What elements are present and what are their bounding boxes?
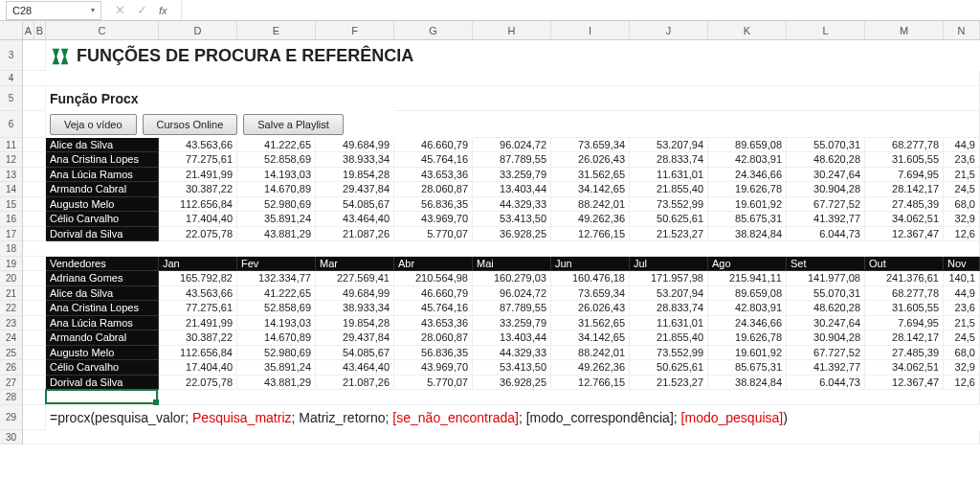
value-cell[interactable]: 88.242,01 [551,346,630,361]
value-cell[interactable]: 38.933,34 [316,152,394,168]
value-cell[interactable]: 34.062,51 [865,360,944,376]
table-header[interactable]: Mai [473,257,551,272]
column-header-D[interactable]: D [159,21,237,39]
value-cell[interactable]: 21.491,99 [159,168,237,183]
value-cell[interactable]: 34.142,65 [551,182,630,197]
row-header[interactable]: 12 [0,152,23,168]
value-cell[interactable]: 160.476,18 [551,271,630,286]
chevron-down-icon[interactable]: ▾ [91,6,95,14]
value-cell[interactable]: 227.569,41 [316,271,394,286]
value-cell[interactable]: 53.413,50 [473,360,551,376]
fx-icon[interactable]: fx [159,5,167,16]
value-cell[interactable]: 5.770,07 [394,376,473,391]
row-header[interactable]: 5 [0,86,23,111]
cell[interactable] [23,271,46,286]
value-cell[interactable]: 19.626,78 [708,330,787,346]
value-cell[interactable]: 50.625,61 [630,360,708,376]
row-header[interactable]: 6 [0,111,23,138]
row-header[interactable]: 14 [0,182,23,197]
cell[interactable] [23,430,980,445]
value-cell[interactable]: 55.070,31 [787,286,865,302]
value-cell[interactable]: 67.727,52 [787,197,865,213]
value-cell[interactable]: 14.193,03 [237,168,316,183]
row-header[interactable]: 16 [0,212,23,227]
value-cell[interactable]: 26.026,43 [551,301,630,316]
value-cell[interactable]: 55.070,31 [787,138,865,153]
value-cell[interactable]: 30.387,22 [159,330,237,346]
value-cell[interactable]: 52.858,69 [237,301,316,316]
value-cell[interactable]: 44.329,33 [473,346,551,361]
table-header[interactable]: Mar [316,257,394,272]
value-cell[interactable]: 31.562,65 [551,168,630,183]
value-cell[interactable]: 210.564,98 [394,271,473,286]
value-cell[interactable]: 21.087,26 [316,227,394,242]
value-cell[interactable]: 38.824,84 [708,227,787,242]
vendor-name[interactable]: Dorival da Silva [46,376,159,391]
value-cell[interactable]: 89.659,08 [708,138,787,153]
value-cell[interactable]: 5.770,07 [394,227,473,242]
value-cell[interactable]: 33.259,79 [473,168,551,183]
value-cell[interactable]: 96.024,72 [473,286,551,302]
confirm-icon[interactable]: ✓ [137,3,147,17]
table-header[interactable]: Abr [394,257,473,272]
cell[interactable] [23,182,46,197]
vendor-name[interactable]: Ana Lúcia Ramos [46,168,159,183]
value-cell[interactable]: 7.694,95 [865,168,944,183]
value-cell[interactable]: 28.060,87 [394,330,473,346]
column-header-E[interactable]: E [237,21,316,39]
row-header[interactable]: 17 [0,227,23,242]
value-cell[interactable]: 68,0 [944,197,980,213]
cell[interactable] [23,390,46,405]
cell[interactable] [23,376,46,391]
value-cell[interactable]: 7.694,95 [865,316,944,331]
value-cell[interactable]: 21.523,27 [630,227,708,242]
value-cell[interactable]: 19.601,92 [708,346,787,361]
table-header[interactable]: Vendedores [46,257,159,272]
value-cell[interactable]: 22.075,78 [159,376,237,391]
value-cell[interactable]: 14.670,89 [237,330,316,346]
value-cell[interactable]: 68.277,78 [865,138,944,153]
value-cell[interactable]: 12,6 [944,227,980,242]
value-cell[interactable]: 24,5 [944,330,980,346]
cell[interactable] [23,111,46,138]
value-cell[interactable]: 56.836,35 [394,197,473,213]
value-cell[interactable]: 36.928,25 [473,376,551,391]
value-cell[interactable]: 43.653,36 [394,168,473,183]
value-cell[interactable]: 140,1 [944,271,980,286]
value-cell[interactable]: 49.262,36 [551,360,630,376]
vendor-name[interactable]: Armando Cabral [46,182,159,197]
value-cell[interactable]: 31.605,55 [865,152,944,168]
table-header[interactable]: Out [865,257,944,272]
value-cell[interactable]: 14.193,03 [237,316,316,331]
cell-C28[interactable] [46,390,159,405]
value-cell[interactable]: 24.346,66 [708,168,787,183]
column-header-F[interactable]: F [316,21,394,39]
table-header[interactable]: Jun [551,257,630,272]
value-cell[interactable]: 28.142,17 [865,330,944,346]
value-cell[interactable]: 43.563,66 [159,138,237,153]
value-cell[interactable]: 73.659,34 [551,286,630,302]
value-cell[interactable]: 23,6 [944,152,980,168]
value-cell[interactable]: 54.085,67 [316,197,394,213]
value-cell[interactable]: 17.404,40 [159,360,237,376]
row-header[interactable]: 21 [0,286,23,302]
column-header-I[interactable]: I [551,21,630,39]
spreadsheet-grid[interactable]: 3FUNÇÕES DE PROCURA E REFERÊNCIA45Função… [0,40,980,444]
value-cell[interactable]: 36.928,25 [473,227,551,242]
value-cell[interactable]: 29.437,84 [316,182,394,197]
cell[interactable] [23,138,46,153]
value-cell[interactable]: 29.437,84 [316,330,394,346]
value-cell[interactable]: 34.062,51 [865,212,944,227]
value-cell[interactable]: 112.656,84 [159,346,237,361]
value-cell[interactable]: 35.891,24 [237,360,316,376]
value-cell[interactable]: 30.247,64 [787,316,865,331]
value-cell[interactable]: 53.413,50 [473,212,551,227]
value-cell[interactable]: 56.836,35 [394,346,473,361]
value-cell[interactable]: 23,6 [944,301,980,316]
value-cell[interactable]: 27.485,39 [865,197,944,213]
value-cell[interactable]: 85.675,31 [708,212,787,227]
value-cell[interactable]: 24,5 [944,182,980,197]
value-cell[interactable]: 31.562,65 [551,316,630,331]
cursos-button[interactable]: Cursos Online [143,114,238,135]
value-cell[interactable]: 43.881,29 [237,227,316,242]
